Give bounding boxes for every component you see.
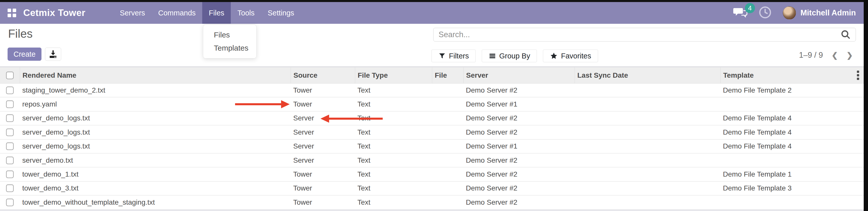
group-by-icon [489, 52, 496, 60]
cell-file-type: Text [355, 125, 432, 139]
apps-grid-icon[interactable] [8, 9, 16, 17]
row-checkbox-cell [0, 195, 20, 209]
search-submit[interactable] [836, 29, 856, 40]
cell-server: Demo Server #2 [463, 168, 575, 181]
export-button[interactable] [45, 48, 61, 61]
search-input[interactable] [433, 30, 836, 39]
table-header-row: Rendered NameSourceFile TypeFileServerLa… [0, 66, 864, 84]
nav-item-tools[interactable]: Tools [231, 2, 261, 24]
cell-last-sync-date [575, 125, 720, 139]
cell-template: Demo File Template 4 [720, 125, 864, 139]
table-body: staging_tower_demo_2.txt Tower Text Demo… [0, 84, 864, 210]
row-checkbox[interactable] [6, 114, 14, 122]
table-row[interactable]: tower_demo_without_template_staging.txt … [0, 195, 864, 209]
row-checkbox-cell [0, 97, 20, 111]
cell-server: Demo Server #2 [463, 195, 575, 209]
cell-source: Server [291, 112, 355, 125]
cell-server: Demo Server #2 [463, 125, 575, 139]
table-row[interactable]: server_demo_logs.txt Server Text Demo Se… [0, 125, 864, 140]
cell-template [720, 195, 864, 209]
nav-item-commands[interactable]: Commands [152, 2, 202, 24]
cell-file-type: Text [355, 84, 432, 97]
nav-item-servers[interactable]: Servers [113, 2, 152, 24]
row-checkbox[interactable] [6, 184, 14, 192]
pager: 1–9 / 9 ❮ ❯ [799, 51, 853, 60]
table-row[interactable]: tower_demo_3.txt Tower Text Demo Server … [0, 182, 864, 195]
group-by-label: Group By [499, 52, 530, 60]
cell-source: Tower [291, 97, 355, 111]
cell-template: Demo File Template 3 [720, 182, 864, 195]
main-navbar: Cetmix Tower ServersCommandsFilesToolsSe… [0, 2, 868, 24]
search-bar [433, 28, 856, 41]
column-header-template[interactable]: Template [720, 67, 864, 83]
messages-button[interactable]: 4 [733, 7, 747, 19]
table-row[interactable]: server_demo_logs.txt Server Text Demo Se… [0, 112, 864, 125]
dropdown-item-files[interactable]: Files [203, 28, 256, 41]
cell-rendered-name: tower_demo_3.txt [20, 182, 291, 195]
cell-server: Demo Server #2 [463, 154, 575, 167]
cell-last-sync-date [575, 182, 720, 195]
column-header-file-type[interactable]: File Type [355, 67, 432, 83]
table-row[interactable]: tower_demo_1.txt Tower Text Demo Server … [0, 168, 864, 181]
column-header-file[interactable]: File [432, 67, 463, 83]
cell-rendered-name: server_demo_logs.txt [20, 112, 291, 125]
cell-source: Server [291, 154, 355, 167]
group-by-button[interactable]: Group By [482, 50, 537, 62]
column-header-rendered-name[interactable]: Rendered Name [20, 67, 291, 83]
cell-file-type: Text [355, 154, 432, 167]
favorites-button[interactable]: Favorites [543, 50, 598, 62]
cell-source: Server [291, 125, 355, 139]
nav-item-settings[interactable]: Settings [261, 2, 301, 24]
messages-badge: 4 [745, 3, 755, 13]
app-brand[interactable]: Cetmix Tower [23, 8, 86, 18]
row-checkbox[interactable] [6, 87, 14, 94]
pager-next-button[interactable]: ❯ [846, 51, 853, 60]
row-checkbox[interactable] [6, 171, 14, 178]
select-all-checkbox-cell [0, 67, 20, 83]
cell-template: Demo File Template 4 [720, 112, 864, 125]
cell-last-sync-date [575, 97, 720, 111]
cell-file [432, 182, 463, 195]
activities-button[interactable] [758, 6, 772, 20]
row-checkbox[interactable] [6, 199, 14, 206]
dropdown-item-templates[interactable]: Templates [203, 41, 256, 55]
nav-item-files[interactable]: Files [202, 2, 231, 24]
cell-last-sync-date [575, 84, 720, 97]
create-button[interactable]: Create [8, 48, 41, 61]
clock-icon [758, 6, 772, 19]
column-header-last-sync-date[interactable]: Last Sync Date [575, 67, 720, 83]
window-right-edge [864, 0, 868, 211]
row-checkbox[interactable] [6, 157, 14, 164]
table-row[interactable]: server_demo.txt Server Text Demo Server … [0, 154, 864, 168]
filters-button[interactable]: Filters [431, 50, 476, 62]
cell-last-sync-date [575, 195, 720, 209]
cell-rendered-name: server_demo_logs.txt [20, 140, 291, 153]
row-checkbox[interactable] [6, 100, 14, 108]
table-row[interactable]: repos.yaml Tower Text Demo Server #1 [0, 97, 864, 111]
navbar-right: 4 Mitchell Admin [733, 6, 868, 20]
row-checkbox[interactable] [6, 143, 14, 150]
cell-file-type: Text [355, 195, 432, 209]
cell-template: Demo File Template 4 [720, 140, 864, 153]
cell-server: Demo Server #2 [463, 112, 575, 125]
cell-source: Tower [291, 84, 355, 97]
cell-last-sync-date [575, 112, 720, 125]
cell-file [432, 195, 463, 209]
page-title: Files [8, 27, 33, 40]
filter-icon [438, 52, 446, 60]
favorites-label: Favorites [561, 52, 591, 60]
row-checkbox-cell [0, 154, 20, 167]
pager-previous-button[interactable]: ❮ [832, 51, 838, 60]
cell-file [432, 97, 463, 111]
table-row[interactable]: staging_tower_demo_2.txt Tower Text Demo… [0, 84, 864, 97]
cell-last-sync-date [575, 168, 720, 181]
select-all-checkbox[interactable] [6, 71, 14, 79]
user-menu[interactable]: Mitchell Admin [783, 6, 856, 20]
row-checkbox[interactable] [6, 128, 14, 136]
cell-file [432, 84, 463, 97]
table-row[interactable]: server_demo_logs.txt Server Text Demo Se… [0, 140, 864, 154]
column-header-server[interactable]: Server [463, 67, 575, 83]
optional-columns-toggle[interactable] [855, 67, 861, 83]
column-header-source[interactable]: Source [291, 67, 355, 83]
cell-template [720, 154, 864, 167]
